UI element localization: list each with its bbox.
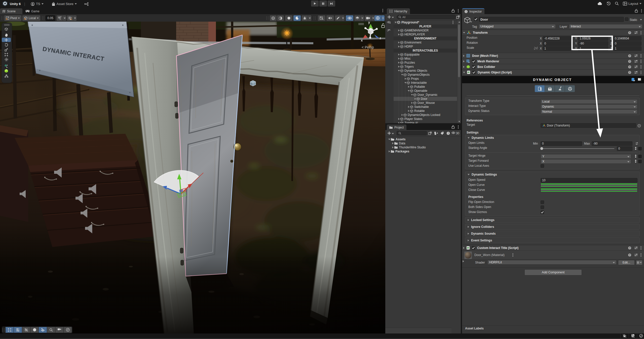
tools-overlay-handle[interactable]: [4, 24, 10, 25]
hierarchy-scrollbar[interactable]: [457, 20, 461, 123]
services-icon[interactable]: [84, 2, 89, 6]
material-kebab-icon[interactable]: [640, 253, 641, 257]
transform-scale-label[interactable]: Scale: [467, 46, 474, 50]
dropdown-caret-icon[interactable]: [627, 161, 629, 162]
search-icon[interactable]: [615, 2, 619, 6]
tab-scene[interactable]: Scene: [0, 8, 22, 14]
dropdown-caret-icon[interactable]: [470, 21, 472, 23]
presets-icon[interactable]: [634, 54, 638, 57]
scale-tool-button[interactable]: [2, 48, 11, 52]
dropdown-caret-icon[interactable]: [18, 18, 20, 19]
close-curve-field[interactable]: [541, 188, 637, 192]
transform-kebab-icon[interactable]: [640, 31, 641, 34]
hierarchy-kebab-icon[interactable]: [458, 9, 459, 13]
hierarchy-row-misc[interactable]: Misc: [394, 57, 457, 61]
hierarchy-add-dropdown[interactable]: [392, 17, 394, 18]
layers-button[interactable]: [354, 15, 360, 21]
project-open-icon[interactable]: [428, 132, 432, 135]
gizmos-dropdown[interactable]: [381, 15, 385, 21]
snap-increment-button[interactable]: Y: [57, 15, 63, 21]
static-dropdown[interactable]: [640, 19, 642, 20]
target-hinge-checkbox[interactable]: [638, 155, 642, 158]
dropdown-caret-icon[interactable]: [74, 18, 76, 19]
expand-arrow-icon[interactable]: [397, 29, 400, 32]
history-icon[interactable]: [607, 2, 611, 6]
starting-angle-slider-knob[interactable]: [540, 147, 543, 150]
hierarchy-row-player-states[interactable]: Player States: [394, 117, 457, 121]
swap-limits-icon[interactable]: [635, 142, 639, 145]
mode-valve-button[interactable]: [565, 85, 575, 92]
expand-arrow-icon[interactable]: [407, 90, 410, 92]
hierarchy-row-rotable[interactable]: Rotable: [394, 109, 457, 113]
groupbox-locked-settings[interactable]: Locked Settings: [465, 217, 640, 223]
custom-interact-component-header[interactable]: Custom Interact Title (Script) ?: [461, 245, 644, 251]
tag-dropdown[interactable]: Untagged: [479, 24, 556, 29]
effects-toggle-button[interactable]: [293, 15, 301, 21]
flip-open-direction-checkbox[interactable]: [541, 200, 544, 204]
grid-off-button[interactable]: [22, 327, 30, 333]
expand-arrow-icon[interactable]: [397, 53, 400, 56]
expand-arrow-icon[interactable]: [397, 33, 400, 36]
hierarchy-row-zombie-ai[interactable]: Zombie AI: [394, 121, 457, 123]
component-header-mesh-renderer[interactable]: Mesh Renderer?: [461, 58, 644, 64]
open-speed-field[interactable]: 10: [541, 178, 637, 183]
checkbox[interactable]: [472, 246, 475, 250]
static-checkbox[interactable]: [625, 17, 628, 21]
material-preview-sphere[interactable]: [464, 251, 472, 259]
audio-toggle-button[interactable]: [285, 15, 292, 21]
expand-arrow-icon[interactable]: [397, 61, 400, 64]
custom-interact-help-icon[interactable]: ?: [628, 246, 631, 250]
hierarchy-row-environment[interactable]: Environment: [394, 40, 457, 45]
probuilder-tool-button[interactable]: [2, 69, 11, 73]
target-picker-icon[interactable]: [637, 124, 641, 128]
transform-help-icon[interactable]: ?: [628, 31, 631, 34]
help-icon[interactable]: ?: [628, 65, 631, 69]
material-foldout[interactable]: [462, 260, 464, 263]
starting-angle-checkbox[interactable]: [638, 147, 642, 150]
dropdown-caret-icon[interactable]: [42, 3, 44, 5]
starting-angle-anim-icon[interactable]: [634, 147, 637, 150]
project-row-data[interactable]: Data: [387, 141, 457, 145]
toolbar-grip[interactable]: [2, 16, 3, 20]
dropdown-caret-icon[interactable]: [361, 18, 363, 19]
custom-interact-kebab-icon[interactable]: [640, 246, 641, 250]
rect-tool-button[interactable]: [2, 53, 11, 57]
status-ok-icon[interactable]: [639, 334, 643, 338]
camera-button[interactable]: [365, 15, 371, 21]
dropdown-caret-icon[interactable]: [634, 111, 636, 113]
expand-arrow-icon[interactable]: [401, 74, 403, 76]
expand-arrow-icon[interactable]: [391, 146, 394, 149]
hierarchy-row-hdrp[interactable]: HDRP: [394, 45, 457, 49]
material-inline-kebab-icon[interactable]: [512, 253, 513, 257]
fx-button[interactable]: [335, 15, 341, 21]
hierarchy-row-puzzles[interactable]: Puzzles: [394, 61, 457, 65]
starting-angle-field[interactable]: 0: [617, 146, 632, 151]
hierarchy-row-playground[interactable]: Playground*: [394, 20, 457, 24]
hierarchy-row-dynamicobjects[interactable]: DynamicObjects: [394, 73, 457, 77]
pause-button[interactable]: [319, 1, 327, 7]
mesh-renderer-enabled-checkbox[interactable]: [472, 60, 475, 63]
transform-rotation-label[interactable]: Rotation: [467, 41, 478, 45]
expand-arrow-icon[interactable]: [397, 45, 400, 48]
toolbar-grip2[interactable]: [42, 16, 44, 20]
target-forward-checkbox[interactable]: [638, 160, 642, 163]
navigation-button[interactable]: [64, 327, 72, 333]
layers-dropdown[interactable]: [361, 15, 364, 21]
dropdown-caret-icon[interactable]: [627, 156, 629, 157]
grid-visual-button[interactable]: [67, 15, 73, 21]
layout-menu[interactable]: Layout: [623, 2, 641, 6]
scale-z-field[interactable]: 1: [613, 46, 641, 51]
show-gizmos-checkbox[interactable]: [541, 210, 544, 214]
material-presets-icon[interactable]: [634, 253, 638, 257]
dynamic-object-kebab-icon[interactable]: [640, 71, 641, 74]
target-hinge-dropdown[interactable]: Y: [541, 154, 631, 159]
shader-edit-button[interactable]: Edit...: [618, 260, 635, 265]
mute-audio-button[interactable]: [326, 15, 334, 21]
hierarchy-row-heroplayer[interactable]: HEROPLAYER: [394, 32, 457, 36]
debug-dropdown[interactable]: [308, 15, 311, 21]
hierarchy-scrollbar-down[interactable]: [458, 121, 460, 122]
scene-row-kebab-icon[interactable]: [452, 21, 453, 24]
expand-arrow-icon[interactable]: [397, 41, 400, 44]
box-collider-enabled-checkbox[interactable]: [472, 65, 475, 69]
status-cache-icon[interactable]: [631, 334, 635, 338]
